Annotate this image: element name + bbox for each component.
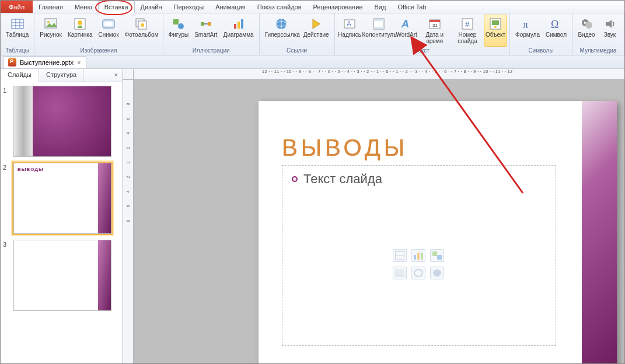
insert-smartart-icon[interactable] [430, 249, 444, 262]
tab-transitions[interactable]: Переходы [168, 1, 210, 13]
ribbon-group: РисунокКартинкаСнимокФотоальбомИзображен… [34, 13, 163, 55]
audio-button[interactable]: Звук [598, 15, 621, 47]
tab-animation[interactable]: Анимация [210, 1, 252, 13]
slide-title[interactable]: ВЫВОДЫ [282, 135, 408, 161]
svg-text:#: # [465, 20, 470, 29]
wordart-icon: A [399, 16, 415, 32]
side-panel-tabs: Слайды Структура × [1, 69, 123, 82]
close-icon[interactable]: × [77, 59, 81, 66]
svg-rect-19 [234, 24, 236, 29]
tab-insert[interactable]: Вставка [98, 1, 135, 13]
symbol-icon: Ω [548, 16, 564, 32]
svg-text:A: A [347, 20, 351, 28]
svg-rect-9 [78, 26, 82, 28]
thumb-row[interactable]: 3 [3, 240, 120, 311]
svg-point-16 [178, 23, 184, 29]
screenshot-button[interactable]: Снимок [96, 15, 122, 47]
slidenum-button[interactable]: #Номер слайда [451, 15, 484, 47]
hyperlink-button[interactable]: Гиперссылка [262, 15, 301, 47]
button-label: Звук [604, 32, 616, 38]
button-label: Картинка [68, 32, 93, 38]
tab-officetab[interactable]: Office Tab [392, 1, 432, 13]
group-label: Изображения [37, 47, 160, 55]
table-button[interactable]: Таблица [3, 15, 32, 47]
button-label: Действие [303, 32, 329, 38]
insert-picture-icon[interactable] [393, 267, 407, 279]
side-panel-close-icon[interactable]: × [110, 69, 123, 82]
content-placeholder[interactable]: Текст слайда [282, 165, 556, 346]
insert-table-icon[interactable] [393, 249, 407, 262]
group-label: Мультимедиа [575, 47, 621, 55]
clipart-button[interactable]: Картинка [65, 15, 96, 47]
table-icon [9, 16, 26, 32]
button-label: Дата и время [421, 32, 448, 44]
tab-design[interactable]: Дизайн [135, 1, 168, 13]
insert-chart-icon[interactable] [411, 249, 425, 262]
svg-text:A: A [401, 18, 409, 30]
button-label: Надпись [338, 32, 361, 38]
object-button[interactable]: Объект [484, 15, 507, 47]
button-label: Фотоальбом [125, 32, 158, 38]
svg-rect-15 [173, 19, 179, 24]
svg-text:31: 31 [432, 23, 438, 28]
svg-point-6 [47, 21, 50, 23]
ruler-corner [123, 69, 134, 80]
slide-thumbnails: 1 2 ВЫВОДЫ 3 [1, 82, 123, 363]
button-label: Видео [578, 32, 595, 38]
ribbon-group: ТаблицаТаблицы [1, 13, 34, 55]
button-label: Номер слайда [454, 32, 481, 44]
svg-rect-17 [201, 22, 204, 26]
slidenum-icon: # [459, 16, 476, 32]
datetime-button[interactable]: 31Дата и время [418, 15, 451, 47]
insert-clipart-icon[interactable] [411, 267, 425, 279]
thumb-number: 2 [3, 163, 13, 234]
action-button[interactable]: Действие [301, 15, 332, 47]
slide-thumbnail-1[interactable] [13, 86, 111, 157]
thumb-number: 3 [3, 240, 13, 311]
thumb-row[interactable]: 1 [3, 86, 120, 157]
slide-canvas-area: 12 · · 11 · · 10 · · 9 · · 8 · · 7 · · 6… [123, 69, 624, 363]
chart-button[interactable]: Диаграмма [221, 15, 257, 47]
wordart-button[interactable]: AWordArt [395, 15, 418, 47]
placeholder-text: Текст слайда [303, 172, 382, 187]
button-label: Гиперссылка [265, 32, 298, 38]
svg-rect-20 [238, 22, 240, 29]
textbox-button[interactable]: AНадпись [337, 15, 362, 47]
album-button[interactable]: Фотоальбом [122, 15, 160, 47]
video-icon [578, 16, 595, 32]
smartart-button[interactable]: SmartArt [191, 15, 220, 47]
thumb-row[interactable]: 2 ВЫВОДЫ [3, 163, 120, 234]
headerfooter-button[interactable]: Колонтитулы [362, 15, 394, 47]
ribbon-group: πФормулаΩСимволСимволы [510, 13, 572, 55]
button-label: Фигуры [169, 32, 188, 38]
shapes-button[interactable]: Фигуры [166, 15, 191, 47]
slide[interactable]: ВЫВОДЫ Текст слайда [259, 101, 617, 364]
svg-point-38 [494, 26, 497, 28]
video-button[interactable]: Видео [575, 15, 598, 47]
tab-view[interactable]: Вид [368, 1, 392, 13]
svg-text:π: π [523, 19, 528, 30]
slide-thumbnail-2[interactable]: ВЫВОДЫ [13, 163, 111, 234]
side-tab-slides[interactable]: Слайды [1, 69, 39, 82]
content-insert-icons[interactable] [393, 249, 445, 279]
button-label: Диаграмма [224, 32, 254, 38]
equation-button[interactable]: πФормула [512, 15, 543, 47]
object-icon [487, 16, 504, 32]
tab-menu[interactable]: Меню [69, 1, 98, 13]
tab-review[interactable]: Рецензирование [308, 1, 369, 13]
group-label: Символы [512, 47, 570, 55]
side-tab-outline[interactable]: Структура [39, 69, 84, 82]
album-icon [133, 16, 149, 32]
group-label: Текст [337, 47, 507, 55]
slide-thumbnail-3[interactable] [13, 240, 111, 311]
file-tab[interactable]: Файл [1, 1, 33, 13]
tab-slideshow[interactable]: Показ слайдов [252, 1, 308, 13]
picture-button[interactable]: Рисунок [37, 15, 65, 47]
tab-home[interactable]: Главная [33, 1, 69, 13]
insert-media-icon[interactable] [430, 267, 444, 279]
symbol-button[interactable]: ΩСимвол [543, 15, 570, 47]
document-tab[interactable]: Выступление.pptx × [3, 56, 86, 68]
svg-rect-37 [492, 20, 499, 25]
document-filename: Выступление.pptx [20, 59, 74, 66]
document-tab-bar: Выступление.pptx × [1, 55, 624, 69]
